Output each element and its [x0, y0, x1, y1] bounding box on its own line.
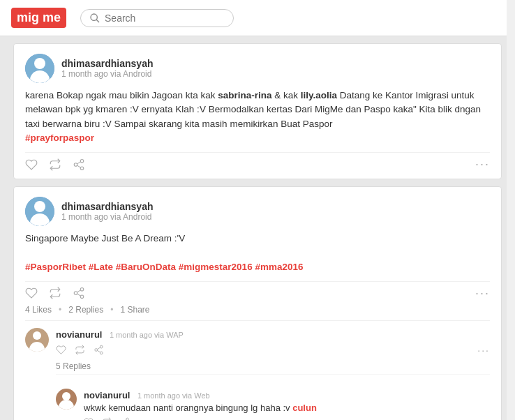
svg-line-11: [77, 290, 80, 292]
comment-repost-button[interactable]: [75, 345, 85, 355]
search-icon: [89, 13, 100, 24]
comment-username: novianurul: [56, 329, 102, 340]
svg-point-2: [80, 159, 84, 163]
post-body: karena Bokap ngak mau bikin Jagoan kta k…: [25, 89, 490, 145]
post-card: dhimasardhiansyah 1 month ago via Androi…: [13, 43, 502, 179]
likes-count: 4 Likes: [25, 305, 52, 315]
avatar: [25, 54, 54, 83]
share-icon: [73, 287, 85, 299]
comment-meta: 1 month ago via WAP: [110, 331, 184, 339]
share-icon: [120, 417, 130, 420]
shares-count: 1 Share: [120, 305, 149, 315]
heart-icon: [56, 345, 66, 355]
repost-icon: [75, 345, 85, 355]
main-content: dhimasardhiansyah 1 month ago via Androi…: [13, 36, 502, 420]
svg-line-10: [77, 294, 80, 296]
svg-line-16: [97, 347, 100, 349]
share-button[interactable]: [73, 158, 85, 171]
more-button[interactable]: ···: [475, 157, 490, 172]
user-info: dhimasardhiansyah 1 month ago via Androi…: [61, 201, 154, 222]
avatar: [25, 197, 54, 226]
search-input[interactable]: [105, 13, 216, 24]
more-button[interactable]: ···: [475, 286, 490, 301]
search-bar[interactable]: [80, 9, 234, 27]
hashtag[interactable]: #prayforpaspor: [25, 133, 94, 143]
user-header: dhimasardhiansyah 1 month ago via Androi…: [25, 197, 490, 226]
heart-icon: [25, 158, 38, 171]
replies-count: 2 Replies: [68, 305, 103, 315]
comment-more-button[interactable]: ···: [477, 345, 490, 356]
comment-avatar: [25, 328, 49, 352]
nested-comment-item: novianurul 1 month ago via Web wkwk kemu…: [56, 382, 490, 420]
heart-icon: [84, 417, 94, 420]
mention: lily.aolia: [301, 90, 337, 100]
nested-username: novianurul: [84, 390, 130, 400]
post-text: Singapore Maybe Just Be A Dream :'V: [25, 233, 185, 243]
repost-icon: [102, 417, 112, 420]
repost-button[interactable]: [49, 158, 61, 171]
replies-label: 5 Replies: [25, 359, 490, 374]
post-card: dhimasardhiansyah 1 month ago via Androi…: [13, 186, 502, 420]
svg-point-14: [100, 352, 103, 354]
repost-button[interactable]: [49, 287, 61, 299]
svg-point-7: [80, 288, 84, 292]
nested-share-button[interactable]: [120, 417, 130, 420]
svg-point-0: [91, 14, 97, 20]
svg-point-8: [74, 292, 77, 295]
action-bar: ···: [25, 152, 490, 172]
nested-comment-content: novianurul 1 month ago via Web wkwk kemu…: [84, 389, 490, 420]
svg-point-13: [95, 349, 98, 352]
username: dhimasardhiansyah: [61, 201, 154, 212]
comment-item: novianurul 1 month ago via WAP: [25, 321, 490, 359]
comment-share-button[interactable]: [94, 345, 104, 355]
hashtags[interactable]: #PasporRibet #Late #BaruOnData #migmesta…: [25, 262, 303, 272]
nested-repost-button[interactable]: [102, 417, 112, 420]
post-meta: 1 month ago via Android: [61, 212, 154, 222]
nested-comment: novianurul 1 month ago via Web wkwk kemu…: [56, 374, 490, 420]
share-icon: [94, 345, 104, 355]
like-button[interactable]: [25, 287, 38, 299]
comments-section: novianurul 1 month ago via WAP: [25, 320, 490, 420]
app-header: mig me: [0, 0, 515, 36]
share-button[interactable]: [73, 287, 85, 299]
nested-like-button[interactable]: [84, 417, 94, 420]
svg-point-12: [100, 346, 103, 349]
repost-icon: [49, 158, 61, 171]
heart-icon: [25, 287, 38, 299]
svg-line-5: [77, 165, 80, 167]
action-bar: ···: [25, 281, 490, 301]
username: dhimasardhiansyah: [61, 58, 154, 69]
comment-content: novianurul 1 month ago via WAP: [56, 328, 490, 356]
nested-meta: 1 month ago via Web: [137, 391, 210, 400]
nested-comment-body: wkwk kemudaan nanti orangnya bingung lg …: [84, 403, 490, 413]
user-header: dhimasardhiansyah 1 month ago via Androi…: [25, 54, 490, 83]
share-icon: [73, 158, 85, 171]
post-meta: 1 month ago via Android: [61, 69, 154, 79]
svg-point-9: [80, 295, 84, 299]
highlight-culun: culun: [292, 403, 317, 413]
nested-avatar: [56, 389, 77, 410]
stats-bar: 4 Likes • 2 Replies • 1 Share: [25, 301, 490, 317]
logo[interactable]: mig me: [11, 8, 66, 28]
mention: sabrina-rina: [218, 90, 271, 100]
svg-point-3: [74, 163, 77, 166]
svg-point-4: [80, 167, 84, 170]
repost-icon: [49, 287, 61, 299]
like-button[interactable]: [25, 158, 38, 171]
svg-line-15: [97, 351, 100, 352]
nested-actions: ···: [84, 417, 490, 420]
svg-line-6: [77, 161, 80, 163]
post-body: Singapore Maybe Just Be A Dream :'V #Pas…: [25, 232, 490, 274]
svg-line-1: [96, 20, 99, 22]
user-info: dhimasardhiansyah 1 month ago via Androi…: [61, 58, 154, 79]
comment-like-button[interactable]: [56, 345, 66, 355]
comment-actions: ···: [56, 345, 490, 356]
nested-more-button[interactable]: ···: [478, 417, 490, 420]
scrollbar[interactable]: [507, 0, 515, 420]
